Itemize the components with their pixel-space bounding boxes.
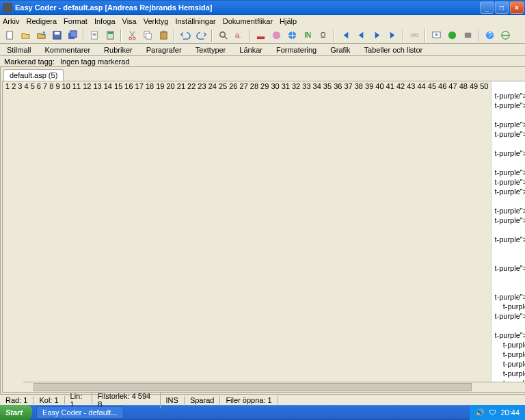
horizontal-scrollbar[interactable] — [23, 382, 525, 392]
status-open: Filer öppna: 1 — [220, 396, 278, 404]
tab-paragrafer[interactable]: Paragrafer — [146, 46, 182, 54]
insert-icon[interactable]: IN — [301, 29, 314, 42]
saveall-icon[interactable] — [66, 29, 79, 42]
line-gutter: 1 2 3 4 5 6 7 8 9 10 11 12 13 14 15 16 1… — [3, 81, 492, 392]
link-icon[interactable] — [407, 29, 421, 42]
svg-text:?: ? — [487, 31, 492, 39]
svg-point-26 — [448, 31, 455, 39]
window-title: Easy Coder - default.asp [Andreas Rejbra… — [15, 3, 480, 12]
svg-rect-8 — [107, 32, 113, 34]
svg-point-25 — [435, 34, 438, 36]
start-button[interactable]: Start — [0, 405, 32, 420]
svg-rect-14 — [161, 31, 165, 33]
tab-grafik[interactable]: Grafik — [330, 46, 350, 54]
code-editor[interactable]: 1 2 3 4 5 6 7 8 9 10 11 12 13 14 15 16 1… — [2, 81, 525, 393]
status-filesize: Filstorlek: 4 594 B — [92, 392, 161, 408]
taskbar-item[interactable]: Easy Coder - default... — [36, 406, 123, 419]
menubar: ArkivRedigeraFormatInfogaVisaVerktygInst… — [0, 15, 525, 27]
first-icon[interactable] — [338, 29, 352, 42]
menu-arkiv[interactable]: Arkiv — [3, 17, 19, 25]
tab-formatering[interactable]: Formatering — [276, 46, 317, 54]
menu-hjälp[interactable]: Hjälp — [280, 17, 297, 25]
menu-verktyg[interactable]: Verktyg — [144, 17, 169, 25]
format-tabbar: StilmallKommentarerRubrikerParagraferTex… — [0, 44, 525, 56]
help-icon[interactable]: ? — [483, 29, 496, 42]
menu-infoga[interactable]: Infoga — [94, 17, 116, 25]
svg-point-15 — [219, 32, 225, 38]
run-icon[interactable] — [445, 29, 459, 42]
tab-texttyper[interactable]: Texttyper — [196, 46, 226, 54]
palette-icon[interactable] — [269, 29, 283, 42]
marker-value: Ingen tagg markerad — [60, 57, 130, 66]
tab-tabeller och listor[interactable]: Tabeller och listor — [364, 46, 423, 54]
taskbar: Start Easy Coder - default... 🔊 🛡 20:44 — [0, 405, 525, 420]
code-area[interactable]: t-purple">class="t-red"><?xml t-purple">… — [492, 81, 525, 392]
prev-icon[interactable] — [354, 29, 368, 42]
char-icon[interactable]: Ω — [317, 29, 330, 42]
svg-rect-13 — [160, 32, 166, 39]
minimize-button[interactable]: _ — [480, 1, 494, 14]
open-icon[interactable] — [18, 29, 32, 42]
copy-icon[interactable] — [141, 29, 154, 42]
close-button[interactable]: × — [510, 1, 524, 14]
svg-rect-5 — [70, 31, 76, 37]
tab-rubriker[interactable]: Rubriker — [104, 46, 133, 54]
svg-rect-17 — [256, 36, 264, 39]
last-icon[interactable] — [386, 29, 399, 42]
svg-point-23 — [414, 34, 418, 37]
tray-icon[interactable]: 🛡 — [489, 408, 496, 417]
svg-text:Ω: Ω — [320, 31, 325, 39]
globe-icon[interactable] — [285, 29, 299, 42]
tab-länkar[interactable]: Länkar — [239, 46, 262, 54]
svg-point-22 — [410, 34, 414, 37]
svg-rect-27 — [464, 33, 470, 38]
undo-icon[interactable] — [178, 29, 192, 42]
svg-rect-6 — [91, 31, 96, 39]
maximize-button[interactable]: □ — [495, 1, 509, 14]
tray-icon[interactable]: 🔊 — [475, 408, 485, 417]
server-icon[interactable] — [461, 29, 474, 42]
app-icon — [3, 3, 12, 12]
tab-stilmall[interactable]: Stilmall — [7, 46, 31, 54]
tray-clock: 20:44 — [500, 408, 520, 417]
svg-rect-0 — [6, 31, 12, 39]
svg-point-9 — [129, 37, 131, 40]
find-icon[interactable] — [216, 29, 230, 42]
svg-text:a.: a. — [234, 31, 241, 39]
menu-visa[interactable]: Visa — [122, 17, 137, 25]
doc-icon[interactable] — [88, 29, 101, 42]
cut-icon[interactable] — [125, 29, 139, 42]
svg-rect-12 — [146, 34, 151, 39]
calc-icon[interactable] — [103, 29, 117, 42]
svg-text:IN: IN — [304, 31, 310, 39]
svg-point-18 — [272, 31, 280, 39]
system-tray[interactable]: 🔊 🛡 20:44 — [470, 405, 525, 420]
status-saved: Sparad — [185, 396, 220, 404]
status-insert: INS — [161, 396, 185, 404]
paste-icon[interactable] — [157, 29, 170, 42]
menu-inställningar[interactable]: Inställningar — [175, 17, 215, 25]
save-icon[interactable] — [50, 29, 64, 42]
goto-icon[interactable]: a. — [232, 29, 245, 42]
open2-icon[interactable] — [34, 29, 48, 42]
status-col: Kol: 1 — [33, 396, 64, 404]
main-toolbar: a. IN Ω ? — [0, 27, 525, 44]
menu-format[interactable]: Format — [64, 17, 88, 25]
preview-icon[interactable] — [429, 29, 443, 42]
svg-point-10 — [133, 37, 135, 40]
web-icon[interactable] — [498, 29, 512, 42]
marker-bar: Markerad tagg: Ingen tagg markerad — [0, 56, 525, 67]
new-icon[interactable] — [3, 29, 16, 42]
menu-dokumentflikar[interactable]: Dokumentflikar — [223, 17, 273, 25]
status-line: Lin: 1 — [65, 392, 92, 408]
menu-redigera[interactable]: Redigera — [26, 17, 57, 25]
titlebar[interactable]: Easy Coder - default.asp [Andreas Rejbra… — [0, 0, 525, 15]
redo-icon[interactable] — [194, 29, 208, 42]
document-tabs: default.asp (5) — [1, 67, 525, 81]
next-icon[interactable] — [370, 29, 383, 42]
tab-kommentarer[interactable]: Kommentarer — [44, 46, 90, 54]
marker-label: Markerad tagg: — [4, 57, 55, 66]
document-tab[interactable]: default.asp (5) — [3, 69, 64, 81]
color-icon[interactable] — [254, 29, 267, 42]
svg-point-1 — [42, 31, 45, 34]
